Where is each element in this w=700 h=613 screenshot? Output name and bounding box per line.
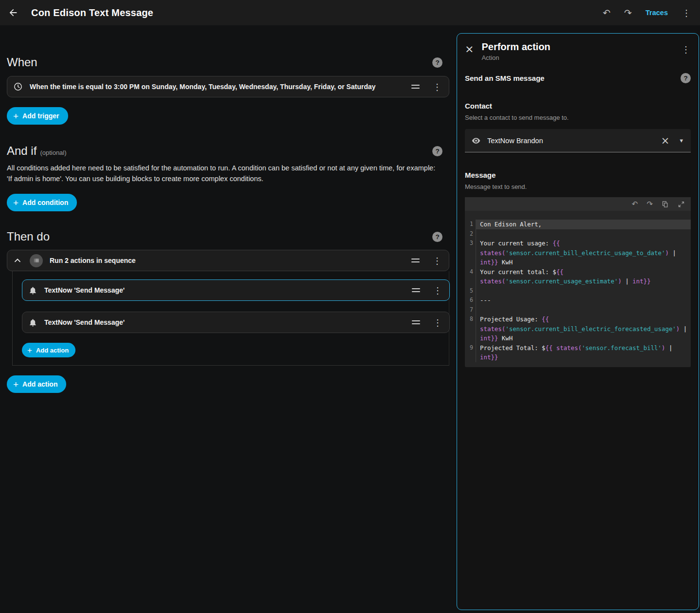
undo-button[interactable]: ↶: [603, 7, 610, 18]
sequence-card-header[interactable]: Run 2 actions in sequence ⋮: [7, 250, 449, 271]
drag-handle-icon[interactable]: [411, 85, 420, 89]
action-menu-icon[interactable]: ⋮: [433, 317, 442, 328]
editor-toolbar: ↶ ↷: [465, 197, 691, 211]
help-icon[interactable]: ?: [432, 57, 442, 68]
help-icon[interactable]: ?: [681, 73, 691, 83]
code-line: 6---: [465, 296, 691, 305]
when-heading: When: [7, 56, 37, 69]
trigger-card[interactable]: When the time is equal to 3:00 PM on Sun…: [7, 76, 449, 97]
code-text: [476, 229, 691, 239]
drag-handle-icon[interactable]: [412, 288, 420, 292]
redo-button[interactable]: ↷: [624, 7, 632, 18]
sms-section-title: Send an SMS message: [465, 74, 544, 82]
line-number: 3: [465, 239, 476, 267]
line-number: 7: [465, 305, 476, 315]
clear-icon[interactable]: ×: [661, 135, 670, 147]
notify-icon: [28, 286, 37, 295]
action-menu-icon[interactable]: ⋮: [433, 285, 442, 296]
collapse-chevron-icon[interactable]: [12, 255, 23, 266]
code-text: Projected Usage: {{ states('sensor.curre…: [476, 315, 691, 343]
code-line: 2: [465, 229, 691, 239]
contact-select[interactable]: TextNow Brandon × ▾: [465, 129, 691, 152]
contact-hint: Select a contact to send message to.: [465, 114, 691, 121]
page-title: Con Edison Text Message: [31, 7, 153, 19]
message-hint: Message text to send.: [465, 183, 691, 190]
code-text: Your current usage: {{ states('sensor.cu…: [476, 239, 691, 267]
expand-icon[interactable]: [678, 201, 685, 208]
line-number: 5: [465, 286, 476, 296]
actions-section-header: Then do ?: [7, 230, 449, 243]
panel-header: × Perform action Action ⋮: [465, 41, 691, 61]
line-number: 2: [465, 229, 476, 239]
code-line: 9Projected Total: ${{ states('sensor.for…: [465, 343, 691, 362]
back-button[interactable]: [8, 7, 18, 18]
action-card[interactable]: TextNow 'Send Message' ⋮: [22, 312, 450, 333]
message-code-editor[interactable]: ↶ ↷ 1Con Edison Alert,2 3Your current us…: [465, 197, 691, 367]
code-line: 5: [465, 286, 691, 296]
code-text: [476, 305, 691, 315]
panel-menu-icon[interactable]: ⋮: [681, 44, 691, 55]
drag-handle-icon[interactable]: [412, 320, 420, 324]
copy-icon[interactable]: [662, 201, 669, 208]
contact-label: Contact: [465, 102, 691, 110]
when-section-header: When ?: [7, 56, 449, 69]
line-number: 1: [465, 220, 476, 229]
plus-icon: +: [27, 346, 32, 354]
sequence-icon: [30, 254, 43, 267]
conditions-description: All conditions added here need to be sat…: [7, 163, 438, 184]
automation-editor: When ? When the time is equal to 3:00 PM…: [7, 25, 449, 393]
traces-button[interactable]: Traces: [645, 9, 668, 17]
code-text: Your current total: ${{ states('sensor.c…: [476, 267, 691, 286]
add-trigger-button[interactable]: + Add trigger: [7, 107, 68, 125]
code-line: 3Your current usage: {{ states('sensor.c…: [465, 239, 691, 267]
line-number: 9: [465, 343, 476, 362]
eye-icon: [471, 136, 481, 146]
help-icon[interactable]: ?: [432, 146, 442, 156]
action-card[interactable]: TextNow 'Send Message' ⋮: [22, 279, 450, 301]
code-area[interactable]: 1Con Edison Alert,2 3Your current usage:…: [465, 211, 691, 367]
message-label: Message: [465, 171, 691, 179]
sequence-menu-icon[interactable]: ⋮: [432, 256, 442, 266]
close-icon[interactable]: ×: [465, 43, 474, 55]
line-number: 6: [465, 296, 476, 305]
plus-icon: +: [13, 111, 18, 121]
add-action-inner-button[interactable]: + Add action: [22, 343, 75, 357]
plus-icon: +: [13, 198, 18, 207]
drag-handle-icon[interactable]: [411, 259, 420, 262]
code-line: 7: [465, 305, 691, 315]
trigger-summary: When the time is equal to 3:00 PM on Sun…: [30, 83, 405, 91]
editor-undo-icon[interactable]: ↶: [632, 200, 638, 208]
arrow-left-icon: [8, 7, 18, 18]
app-header: Con Edison Text Message ↶ ↷ Traces ⋮: [0, 0, 700, 25]
sequence-children: TextNow 'Send Message' ⋮ TextNow 'Send M…: [12, 271, 449, 366]
chevron-down-icon[interactable]: ▾: [680, 137, 683, 144]
overflow-menu-icon[interactable]: ⋮: [682, 8, 691, 18]
line-number: 8: [465, 315, 476, 343]
optional-label: (optional): [40, 149, 66, 156]
and-if-heading: And if (optional): [7, 144, 67, 158]
action-label: TextNow 'Send Message': [44, 318, 405, 326]
clock-icon: [13, 82, 23, 92]
then-do-heading: Then do: [7, 230, 50, 243]
add-action-button[interactable]: + Add action: [7, 375, 66, 393]
notify-icon: [28, 318, 37, 327]
trigger-menu-icon[interactable]: ⋮: [432, 82, 442, 92]
add-condition-button[interactable]: + Add condition: [7, 194, 77, 211]
conditions-section-header: And if (optional) ?: [7, 144, 449, 158]
code-text: ---: [476, 296, 691, 305]
action-label: TextNow 'Send Message': [44, 286, 405, 294]
code-line: 8Projected Usage: {{ states('sensor.curr…: [465, 315, 691, 343]
code-text: [476, 286, 691, 296]
sms-section-header: Send an SMS message ?: [465, 73, 691, 83]
code-line: 1Con Edison Alert,: [465, 220, 691, 229]
plus-icon: +: [13, 380, 18, 389]
contact-value: TextNow Brandon: [487, 137, 655, 145]
help-icon[interactable]: ?: [432, 232, 442, 242]
perform-action-panel: × Perform action Action ⋮ Send an SMS me…: [457, 33, 699, 610]
panel-title: Perform action: [481, 41, 550, 53]
editor-redo-icon[interactable]: ↷: [646, 200, 653, 208]
code-text: Con Edison Alert,: [476, 220, 691, 229]
code-line: 4Your current total: ${{ states('sensor.…: [465, 267, 691, 286]
panel-subtitle: Action: [481, 54, 550, 61]
sequence-label: Run 2 actions in sequence: [50, 257, 405, 264]
